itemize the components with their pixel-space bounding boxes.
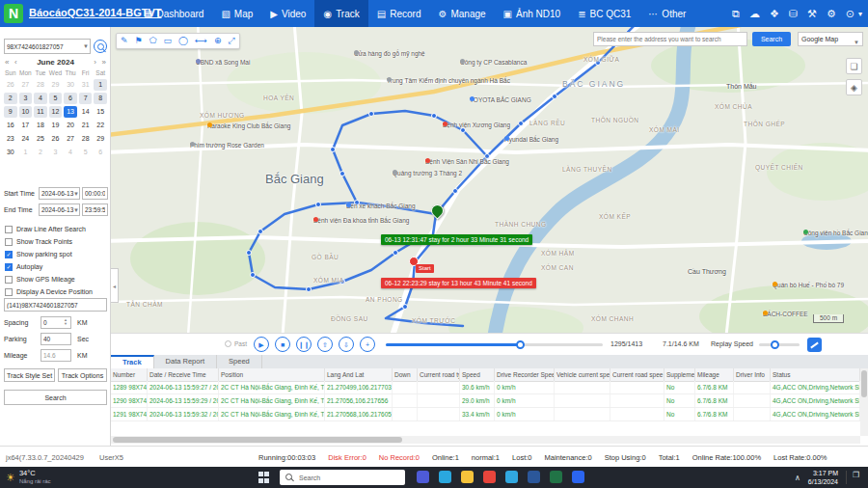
chrome-icon[interactable] bbox=[483, 471, 496, 483]
table-row[interactable]: 1290 98X742462024-06-13 15:59:29 / 202C … bbox=[111, 394, 860, 408]
calendar-day[interactable]: 29 bbox=[94, 133, 107, 145]
calendar-day[interactable]: 18 bbox=[34, 120, 47, 131]
mapstyle-button[interactable]: ◈ bbox=[846, 79, 862, 95]
calendar-day[interactable]: 6 bbox=[64, 93, 77, 104]
nav-item-track[interactable]: ◉Track bbox=[314, 0, 367, 27]
progress-slider-handle[interactable] bbox=[516, 340, 525, 349]
excel-icon[interactable] bbox=[550, 471, 562, 483]
calendar-day[interactable]: 21 bbox=[79, 120, 93, 131]
photos-icon[interactable] bbox=[505, 471, 518, 483]
device-code-field[interactable] bbox=[4, 298, 107, 312]
replay-speed-handle[interactable] bbox=[771, 340, 779, 349]
calendar-day[interactable]: 28 bbox=[34, 79, 47, 91]
calendar-day[interactable]: 10 bbox=[19, 106, 33, 118]
tools-icon[interactable]: ⚒ bbox=[807, 8, 817, 20]
checkbox-show-track-points[interactable]: Show Track Points bbox=[5, 235, 72, 248]
end-clock-input[interactable] bbox=[82, 203, 108, 216]
rectangle-icon[interactable]: ▭ bbox=[163, 34, 172, 48]
calendar-day[interactable]: 2 bbox=[4, 93, 17, 104]
nav-item-bc-qc31[interactable]: ≣BC QC31 bbox=[569, 0, 639, 27]
calendar-day[interactable]: 29 bbox=[49, 79, 63, 91]
past-toggle[interactable]: Past bbox=[225, 340, 247, 347]
table-row[interactable]: 1291 98X742462024-06-13 15:59:32 / 202C … bbox=[111, 408, 860, 421]
taskbar-clock[interactable]: 3:17 PM 6/13/2024 bbox=[808, 469, 838, 486]
checkbox-box-icon[interactable] bbox=[5, 238, 13, 246]
nav-item-record[interactable]: ▤Record bbox=[368, 0, 430, 27]
calendar-day[interactable]: 6 bbox=[94, 147, 107, 158]
parking-input[interactable] bbox=[41, 333, 71, 345]
measure-icon[interactable]: ⟷ bbox=[195, 34, 207, 48]
calendar-day[interactable]: 11 bbox=[34, 106, 47, 118]
horizontal-scrollbar[interactable] bbox=[111, 436, 860, 444]
track-options-button[interactable]: Track Options bbox=[58, 368, 107, 382]
calendar-day[interactable]: 30 bbox=[64, 79, 77, 91]
checkbox-box-icon[interactable]: ✓ bbox=[5, 251, 13, 258]
calendar-day[interactable]: 15 bbox=[94, 106, 107, 118]
calendar-day[interactable]: 3 bbox=[49, 147, 63, 158]
checkbox-box-icon[interactable] bbox=[5, 288, 13, 296]
pause-button[interactable]: ❙❙ bbox=[296, 337, 312, 352]
checkbox-box-icon[interactable] bbox=[5, 226, 13, 233]
cast-icon[interactable]: ⧉ bbox=[732, 8, 740, 20]
device-search-icon[interactable] bbox=[94, 40, 107, 53]
app-logo[interactable]: N bbox=[4, 4, 23, 23]
calendar-day[interactable]: 14 bbox=[79, 106, 93, 118]
replay-speed-track[interactable] bbox=[759, 343, 800, 346]
calendar-day[interactable]: 30 bbox=[4, 147, 17, 158]
start-button[interactable] bbox=[258, 472, 270, 483]
calendar-day[interactable]: 26 bbox=[49, 133, 63, 145]
device-search-combo[interactable] bbox=[4, 39, 91, 54]
weather-widget[interactable]: ☀ 34°C Nắng rải rác bbox=[6, 469, 51, 486]
checkbox-display-a-device-position[interactable]: Display A Device Position bbox=[5, 285, 93, 298]
checkbox-draw-line-after-search[interactable]: Draw Line After Search bbox=[5, 223, 86, 235]
next-month-icon[interactable]: › bbox=[94, 56, 96, 68]
calendar-day[interactable]: 19 bbox=[49, 120, 63, 131]
start-date-caret-icon[interactable]: ▼ bbox=[73, 191, 79, 197]
calendar-day[interactable]: 27 bbox=[64, 133, 77, 145]
action-center-icon[interactable]: ❐ bbox=[846, 471, 864, 484]
nav-item-nh-nd10[interactable]: ▣Ảnh ND10 bbox=[495, 0, 570, 27]
vscroll-thumb[interactable] bbox=[861, 370, 867, 397]
calendar-day[interactable]: 8 bbox=[94, 93, 107, 104]
calendar-day[interactable]: 1 bbox=[19, 147, 33, 158]
calendar-day[interactable]: 4 bbox=[34, 93, 47, 104]
taskbar-search[interactable]: Search bbox=[280, 470, 405, 485]
calendar-day[interactable]: 3 bbox=[19, 93, 33, 104]
replay-settings-icon[interactable] bbox=[807, 338, 822, 352]
checkbox-autoplay[interactable]: ✓Autoplay bbox=[5, 260, 42, 273]
settings-icon[interactable]: ⚙ bbox=[827, 8, 836, 20]
download-button[interactable]: ⇩ bbox=[339, 337, 354, 352]
track-style-set-button[interactable]: Track Style Set bbox=[4, 368, 55, 382]
teams-icon[interactable] bbox=[417, 471, 429, 483]
calendar-day[interactable]: 1 bbox=[94, 79, 107, 91]
edge-icon[interactable] bbox=[439, 471, 451, 483]
sidebar-search-button[interactable]: Search bbox=[4, 390, 107, 405]
word-icon[interactable] bbox=[528, 471, 540, 483]
checkbox-box-icon[interactable] bbox=[5, 276, 13, 284]
calendar-day[interactable]: 12 bbox=[49, 106, 63, 118]
sidebar-collapse-handle[interactable]: ◂ bbox=[111, 268, 119, 303]
flag-icon[interactable]: ⚑ bbox=[135, 34, 143, 48]
fullscreen-icon[interactable]: ⤢ bbox=[229, 34, 235, 48]
address-search-input[interactable] bbox=[593, 32, 747, 46]
calendar-day[interactable]: 2 bbox=[34, 147, 47, 158]
nav-item-video[interactable]: ▶Video bbox=[261, 0, 314, 27]
nav-item-dashboard[interactable]: ▦Dashboard bbox=[135, 0, 212, 27]
prev-month-icon[interactable]: ‹ bbox=[14, 56, 17, 68]
start-clock-input[interactable] bbox=[82, 187, 108, 200]
spacing-spinner[interactable]: ▲▼ bbox=[64, 318, 68, 326]
cloud-icon[interactable]: ☁ bbox=[749, 8, 760, 20]
play-button[interactable]: ▶ bbox=[254, 337, 269, 352]
calendar-day[interactable]: 7 bbox=[79, 93, 93, 104]
address-search-button[interactable]: Search bbox=[752, 32, 791, 46]
stop-button[interactable]: ■ bbox=[275, 337, 290, 352]
calendar-day[interactable]: 17 bbox=[19, 120, 33, 131]
store-icon[interactable]: ⛁ bbox=[789, 8, 798, 20]
map-type-select[interactable]: Google Map ▼ bbox=[798, 32, 863, 46]
polygon-icon[interactable]: ⬠ bbox=[149, 34, 157, 48]
calendar-day-selected[interactable]: 13 bbox=[64, 106, 77, 118]
calendar-day[interactable]: 23 bbox=[4, 133, 17, 145]
calendar-day[interactable]: 24 bbox=[19, 133, 33, 145]
nav-item-other[interactable]: ⋯Other bbox=[639, 0, 694, 27]
zoom-search-icon[interactable]: ⊕ bbox=[214, 34, 222, 48]
